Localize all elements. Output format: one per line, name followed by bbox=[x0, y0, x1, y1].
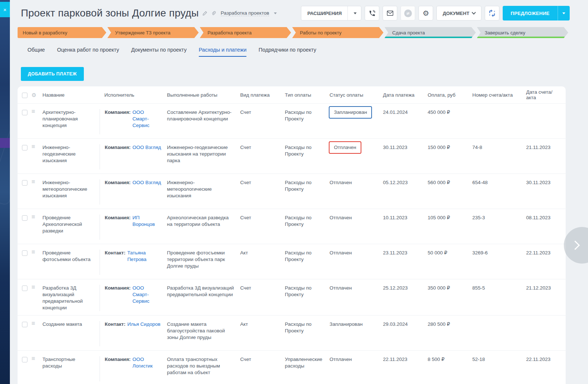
row-checkbox[interactable] bbox=[22, 180, 27, 186]
table-row[interactable]: ≡Проведение фотосъемки объектаКонтакт:Та… bbox=[18, 244, 566, 279]
table-row[interactable]: ≡Создание макетаКонтакт:Илья СидоровСозд… bbox=[18, 316, 566, 351]
col-executor[interactable]: Исполнитель bbox=[100, 92, 167, 98]
table-row[interactable]: ≡Архитектурно-планировочная концепцияКом… bbox=[18, 104, 566, 139]
pipeline-stage[interactable]: Завершить сделку bbox=[477, 27, 568, 38]
table-row[interactable]: ≡Проведение Археологической разведкиКомп… bbox=[18, 209, 566, 244]
executor-link[interactable]: ООО Смарт-Сервис bbox=[133, 285, 161, 311]
proposal-button[interactable]: ПРЕДЛОЖЕНИЕ bbox=[503, 6, 570, 20]
row-menu-icon[interactable]: ≡ bbox=[31, 109, 42, 134]
row-menu-icon[interactable]: ≡ bbox=[31, 321, 42, 346]
executor-link[interactable]: ООО Логистик bbox=[133, 356, 161, 381]
row-menu-icon[interactable]: ≡ bbox=[31, 215, 42, 240]
tab-расходы-и-платежи[interactable]: Расходы и платежи bbox=[199, 47, 247, 57]
table-row[interactable]: ≡Инженерно-геодезические изысканияКомпан… bbox=[18, 139, 566, 174]
table-row[interactable]: ≡Инженерно-метеорологические изысканияКо… bbox=[18, 174, 566, 209]
status-badge[interactable]: Отплачен bbox=[330, 285, 352, 291]
row-menu-icon[interactable]: ≡ bbox=[31, 144, 42, 169]
cell-name: Инженерно-геодезические изыскания bbox=[42, 144, 100, 169]
row-checkbox[interactable] bbox=[22, 250, 27, 256]
cell-name: Разработка 3Д визуализаций предварительн… bbox=[42, 285, 100, 311]
column-settings-icon[interactable]: ⚙ bbox=[31, 92, 42, 98]
tab-оценка-работ-по-проекту[interactable]: Оценка работ по проекту bbox=[57, 47, 119, 57]
stage-label: Разработка проекта bbox=[208, 30, 252, 36]
row-checkbox[interactable] bbox=[22, 357, 27, 362]
status-badge[interactable]: Отплачен bbox=[330, 250, 352, 256]
row-menu-icon[interactable]: ≡ bbox=[31, 250, 42, 275]
cell-works: Составление Архитектурно-планировочной к… bbox=[167, 109, 240, 134]
select-all-checkbox[interactable] bbox=[22, 93, 27, 98]
pipeline-stage[interactable]: Разработка проекта bbox=[200, 27, 291, 38]
cell-executor: Компания:ООО Взгляд bbox=[100, 179, 167, 205]
cell-amount: 560 000 ₽ bbox=[428, 179, 472, 205]
status-badge[interactable]: Отплачен bbox=[330, 180, 352, 185]
executor-link[interactable]: Илья Сидоров bbox=[127, 321, 161, 346]
stage-label: Сдача проекта bbox=[392, 30, 425, 36]
email-button[interactable] bbox=[383, 6, 397, 20]
cell-payment-kind: Счет bbox=[240, 285, 285, 311]
executor-link[interactable]: ООО Взгляд bbox=[133, 179, 161, 205]
tab-bar: ОбщиеОценка работ по проектуДокументы по… bbox=[27, 47, 588, 57]
proposal-dropdown[interactable] bbox=[558, 6, 570, 20]
cell-invoice-date: 21.12.2023 bbox=[526, 285, 561, 311]
cell-works: Разработка 3Д визуализаций предварительн… bbox=[167, 285, 240, 311]
status-badge[interactable]: Отплачен bbox=[330, 357, 352, 362]
cell-amount: 8 500 ₽ bbox=[428, 356, 472, 381]
cell-payment-date: 29.03.2024 bbox=[383, 321, 428, 346]
status-badge[interactable]: Отплачен bbox=[329, 141, 361, 154]
col-name[interactable]: Название bbox=[42, 92, 100, 98]
pipeline-stage[interactable]: Работы по проекту bbox=[292, 27, 383, 38]
row-checkbox[interactable] bbox=[22, 110, 27, 115]
row-menu-icon[interactable]: ≡ bbox=[31, 179, 42, 205]
col-payment-kind[interactable]: Вид платежа bbox=[240, 92, 285, 98]
pipeline-stage[interactable]: Утверждение ТЗ проекта bbox=[107, 27, 198, 38]
paperclip-icon[interactable] bbox=[211, 11, 216, 16]
table-row[interactable]: ≡Разработка 3Д визуализаций предваритель… bbox=[18, 279, 566, 316]
row-menu-icon[interactable]: ≡ bbox=[31, 356, 42, 381]
document-button[interactable]: ДОКУМЕНТ bbox=[436, 6, 481, 20]
cell-payment-kind: Счет bbox=[240, 144, 285, 169]
add-payment-button[interactable]: ДОБАВИТЬ ПЛАТЕЖ bbox=[21, 67, 84, 81]
executor-link[interactable]: Татьяна Петрова bbox=[127, 250, 161, 275]
pipeline-stage[interactable]: Сдача проекта bbox=[384, 27, 476, 38]
stage-label: Работы по проекту bbox=[300, 30, 342, 36]
extensions-dropdown[interactable] bbox=[347, 6, 361, 20]
col-amount[interactable]: Оплата, руб bbox=[428, 92, 472, 98]
cell-name: Проведение Археологической разведки bbox=[42, 215, 100, 240]
tab-подрядчики-по-проекту[interactable]: Подрядчики по проекту bbox=[258, 47, 316, 57]
executor-prefix: Компания: bbox=[105, 356, 131, 381]
extensions-button[interactable]: РАСШИРЕНИЯ bbox=[301, 6, 361, 20]
status-badge[interactable]: Отплачен bbox=[330, 215, 352, 220]
call-button[interactable] bbox=[365, 6, 379, 20]
tab-документы-по-проекту[interactable]: Документы по проекту bbox=[131, 47, 186, 57]
col-status[interactable]: Статус оплаты bbox=[330, 92, 383, 98]
row-menu-icon[interactable]: ≡ bbox=[31, 285, 42, 311]
cell-payment-date: 22.11.2023 bbox=[383, 356, 428, 381]
col-payment-type[interactable]: Тип оплаты bbox=[285, 92, 330, 98]
table-row[interactable]: ≡Транспортные расходыКомпания:ООО Логист… bbox=[18, 351, 566, 384]
status-badge[interactable]: Запланирован bbox=[330, 321, 362, 327]
executor-link[interactable]: ООО Взгляд bbox=[133, 144, 161, 169]
executor-link[interactable]: ООО Смарт-Сервис bbox=[133, 109, 161, 134]
sidebar-purple-block bbox=[0, 138, 10, 148]
col-works[interactable]: Выполненные работы bbox=[167, 92, 240, 98]
status-badge[interactable]: Запланирован bbox=[329, 106, 372, 119]
sync-button[interactable] bbox=[485, 6, 499, 20]
row-checkbox[interactable] bbox=[22, 286, 27, 291]
row-checkbox[interactable] bbox=[22, 215, 27, 221]
edit-title-icon[interactable] bbox=[202, 11, 208, 16]
row-checkbox[interactable] bbox=[22, 145, 27, 150]
tab-общие[interactable]: Общие bbox=[27, 47, 45, 57]
chevron-down-icon bbox=[472, 10, 476, 14]
stage-label: Завершить сделку bbox=[485, 30, 525, 36]
cell-works: Оплата транспортных расходов по выездным… bbox=[167, 356, 240, 381]
pipeline-stage[interactable]: Новый в разработку bbox=[18, 27, 106, 38]
executor-link[interactable]: ИП Воронцов bbox=[133, 215, 161, 240]
col-payment-date[interactable]: Дата платежа bbox=[383, 92, 428, 98]
row-checkbox[interactable] bbox=[22, 322, 27, 327]
col-invoice-date[interactable]: Дата счета/акта bbox=[526, 89, 561, 100]
cell-works: Инженерно-метеорологические изыскания bbox=[167, 179, 240, 205]
col-invoice-number[interactable]: Номер счета/акта bbox=[472, 92, 526, 98]
settings-button[interactable]: ⚙ bbox=[418, 6, 433, 20]
close-panel-button[interactable]: × bbox=[0, 2, 10, 17]
category-selector[interactable]: Разработка проектов bbox=[221, 10, 269, 16]
